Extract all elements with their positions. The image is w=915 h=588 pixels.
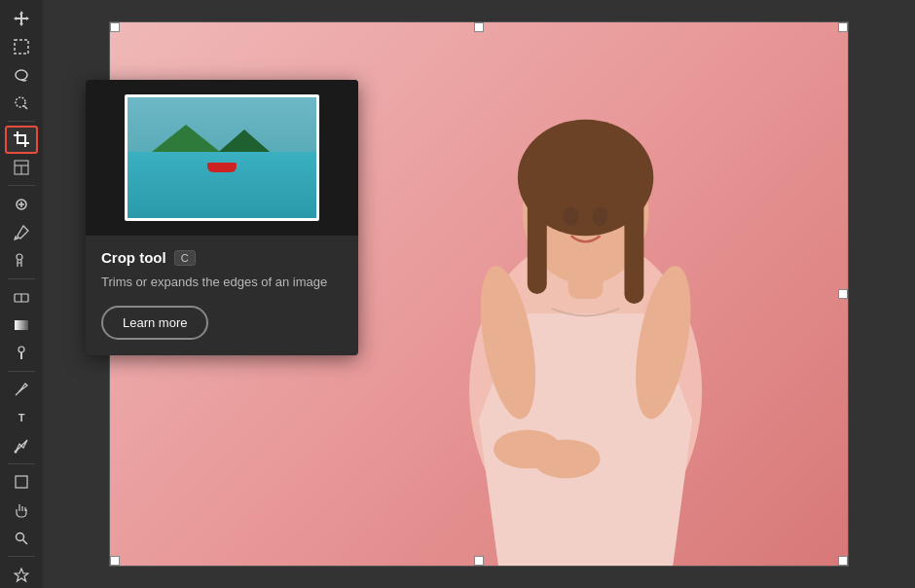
tooltip-preview: ↻ (86, 80, 358, 236)
crop-handle-bm[interactable] (474, 556, 484, 566)
separator-5 (8, 463, 35, 464)
crop-handle-bl[interactable] (110, 556, 120, 566)
separator-1 (8, 121, 35, 122)
crop-handle-br[interactable] (838, 556, 848, 566)
svg-point-1 (16, 70, 27, 80)
separator-6 (8, 556, 35, 557)
svg-point-11 (18, 347, 24, 352)
tool-pen[interactable] (6, 377, 37, 403)
crop-handle-tr[interactable] (838, 22, 848, 32)
tool-eraser[interactable] (6, 284, 37, 311)
svg-point-13 (19, 390, 21, 392)
main-canvas-area: ↻ Crop tool C Trims or expands the edges… (43, 0, 915, 588)
svg-rect-0 (15, 40, 28, 54)
tool-shape[interactable] (6, 469, 37, 496)
tool-quick-select[interactable] (6, 90, 37, 116)
crop-handle-tm[interactable] (474, 22, 484, 32)
preview-image (125, 94, 319, 221)
tool-clone[interactable] (6, 247, 37, 274)
svg-point-29 (593, 206, 608, 226)
svg-rect-30 (568, 270, 604, 299)
tool-move[interactable] (6, 6, 37, 32)
svg-point-28 (564, 206, 579, 226)
tool-gradient[interactable] (6, 312, 37, 338)
tooltip-title-row: Crop tool C (101, 249, 343, 266)
svg-rect-15 (16, 476, 27, 488)
separator-4 (8, 371, 35, 372)
tool-crop[interactable] (6, 127, 37, 153)
tool-rect-marquee[interactable] (6, 34, 37, 60)
tooltip-panel: ↻ Crop tool C Trims or expands the edges… (86, 80, 358, 355)
tool-type[interactable]: T (6, 405, 37, 431)
tool-slice[interactable] (6, 155, 37, 181)
learn-more-button[interactable]: Learn more (101, 306, 208, 340)
tool-lasso[interactable] (6, 62, 37, 89)
tool-dodge[interactable] (6, 340, 37, 366)
svg-rect-10 (15, 320, 28, 330)
separator-2 (8, 185, 35, 186)
tooltip-description: Trims or expands the edges of an image (101, 274, 343, 292)
toolbar: T (0, 0, 43, 588)
svg-line-17 (23, 539, 28, 544)
svg-point-7 (17, 254, 22, 260)
crop-handle-tl[interactable] (110, 22, 120, 32)
tool-healing[interactable] (6, 191, 37, 217)
tool-hand[interactable] (6, 497, 37, 524)
svg-point-27 (532, 439, 601, 478)
svg-rect-23 (624, 177, 643, 304)
tool-zoom[interactable] (6, 526, 37, 552)
tooltip-title: Crop tool (101, 249, 166, 266)
tool-path-select[interactable] (6, 432, 37, 459)
preview-boat (207, 163, 237, 172)
tooltip-content: Crop tool C Trims or expands the edges o… (86, 236, 358, 355)
svg-point-14 (15, 450, 18, 453)
type-icon-label: T (18, 412, 25, 423)
crop-handle-mr[interactable] (838, 289, 848, 299)
svg-point-16 (17, 533, 24, 540)
tool-extra[interactable] (6, 562, 37, 588)
separator-3 (8, 278, 35, 279)
svg-rect-22 (528, 177, 547, 294)
tool-brush[interactable] (6, 219, 37, 245)
shortcut-badge: C (174, 250, 196, 266)
